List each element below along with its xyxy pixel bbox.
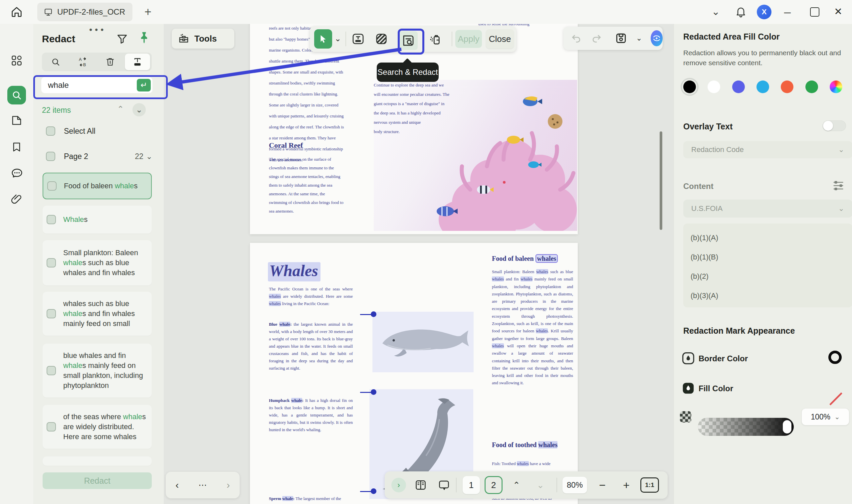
ai-assistant-icon[interactable] — [651, 30, 663, 46]
tools-button[interactable]: Tools — [172, 29, 234, 49]
result-checkbox[interactable] — [47, 309, 56, 318]
pin-icon[interactable] — [137, 31, 151, 46]
foia-code-item[interactable]: (b)(1)(B) — [683, 248, 852, 267]
swatch-purple[interactable] — [732, 80, 745, 93]
zoom-in-icon[interactable]: + — [619, 471, 634, 499]
close-window-icon[interactable]: ✕ — [834, 7, 842, 17]
result-text: Small plankton: Baleen whales such as bl… — [63, 248, 147, 278]
notifications-bell-icon[interactable] — [735, 6, 747, 18]
tab-search[interactable] — [42, 53, 69, 71]
comments-icon[interactable] — [11, 167, 23, 179]
prev-page-icon[interactable]: ‹ — [175, 480, 179, 490]
undo-icon[interactable] — [571, 33, 582, 44]
document-tab[interactable]: UPDF-2-files_OCR — [37, 3, 132, 21]
more-pages-icon[interactable]: ⋯ — [198, 481, 207, 489]
chevron-down-icon: ⌄ — [838, 146, 844, 154]
result-checkbox[interactable] — [47, 181, 57, 191]
actual-size-button[interactable]: 1:1 — [640, 478, 659, 493]
result-item[interactable]: Food of baleen whales — [42, 173, 152, 199]
zoom-level[interactable]: 80% — [563, 477, 587, 493]
tab-delete[interactable] — [96, 53, 124, 71]
bookmark-icon[interactable] — [11, 141, 23, 153]
foia-code-item[interactable]: (b)(1)(A) — [683, 228, 852, 248]
result-checkbox[interactable] — [47, 258, 56, 268]
expand-down-icon[interactable]: ⌄ — [132, 103, 146, 116]
grid-menu-icon[interactable] — [11, 55, 23, 67]
foia-standard-select[interactable]: U.S.FOIA ⌄ — [683, 200, 852, 218]
tab-redact[interactable] — [124, 53, 151, 71]
document-viewport[interactable]: reefs are not only habitats for the sea,… — [164, 24, 674, 504]
result-item-partial[interactable] — [42, 456, 152, 466]
result-checkbox[interactable] — [47, 422, 56, 431]
page-up-icon[interactable]: ⌃ — [509, 471, 524, 499]
page-number-2-current[interactable]: 2 — [484, 476, 502, 494]
swatch-green[interactable] — [805, 80, 818, 93]
search-tool-active[interactable] — [7, 86, 26, 105]
content-settings-sliders-icon[interactable] — [832, 179, 845, 192]
result-checkbox[interactable] — [47, 215, 56, 224]
opacity-slider[interactable] — [698, 418, 794, 436]
select-cursor-button[interactable] — [314, 29, 332, 49]
opacity-slider-knob[interactable] — [783, 420, 792, 433]
page-group-checkbox[interactable] — [46, 152, 55, 161]
overlay-text-label: Overlay Text — [683, 122, 732, 131]
attachment-paperclip-icon[interactable] — [11, 193, 23, 205]
redact-text-icon[interactable] — [350, 31, 367, 47]
redact-area-icon[interactable] — [373, 31, 390, 47]
erase-redaction-icon[interactable] — [426, 31, 443, 47]
selection-handle[interactable] — [371, 389, 376, 395]
tab-replace[interactable]: AB — [69, 53, 96, 71]
border-color-value[interactable] — [828, 350, 842, 364]
minimize-icon[interactable]: ─ — [784, 8, 791, 17]
result-item[interactable]: Whales — [42, 205, 152, 234]
presentation-view-icon[interactable] — [434, 471, 453, 499]
maximize-icon[interactable] — [810, 7, 819, 17]
collapse-bar-button[interactable]: › — [391, 471, 407, 499]
close-button[interactable]: Close — [486, 29, 514, 49]
foia-code-item[interactable]: (b)(2) — [683, 267, 852, 286]
save-icon[interactable] — [615, 32, 627, 44]
cursor-dropdown-icon[interactable]: ⌄ — [335, 35, 341, 42]
home-icon[interactable] — [10, 5, 23, 19]
page-down-icon[interactable]: ⌄ — [533, 471, 548, 499]
overlay-text-toggle[interactable] — [823, 121, 846, 131]
chevron-down-icon[interactable]: ⌄ — [146, 153, 153, 160]
pdf-page-1[interactable]: reefs are not only habitats for the sea,… — [250, 24, 578, 234]
select-all-checkbox[interactable] — [46, 126, 55, 136]
swatch-white[interactable] — [708, 80, 720, 93]
pages-icon[interactable] — [11, 114, 23, 126]
blue-whale-image[interactable] — [372, 312, 474, 372]
selection-handle[interactable] — [371, 311, 376, 317]
result-item[interactable]: blue whales and fin whales mainly feed o… — [42, 344, 152, 398]
swatch-orange[interactable] — [781, 80, 794, 93]
chevron-down-icon[interactable]: ⌄ — [712, 7, 720, 17]
redaction-code-select[interactable]: Redaction Code ⌄ — [683, 141, 852, 158]
swatch-custom-rainbow[interactable] — [830, 80, 842, 93]
result-checkbox[interactable] — [47, 366, 56, 375]
collapse-up-icon[interactable]: ⌃ — [117, 105, 124, 113]
page-group-row[interactable]: Page 2 22 ⌄ — [46, 152, 153, 161]
selection-handle[interactable] — [371, 488, 376, 494]
apply-button[interactable]: Apply — [455, 30, 482, 48]
result-item[interactable]: of the seas where whales are widely dist… — [42, 405, 152, 449]
panel-drag-handle[interactable]: ••• — [89, 24, 106, 35]
new-tab-icon[interactable]: + — [144, 6, 152, 18]
signature-stamp-icon[interactable] — [11, 502, 23, 504]
pdf-page-2[interactable]: Whales The Pacific Ocean is one of the s… — [250, 243, 578, 504]
filter-icon[interactable] — [116, 33, 128, 45]
page-number-1[interactable]: 1 — [463, 476, 480, 494]
avatar[interactable]: X — [757, 5, 771, 19]
redo-icon[interactable] — [591, 33, 602, 44]
result-item[interactable]: whales such as blue whales and fin whale… — [42, 292, 152, 336]
vertical-scrollbar[interactable] — [660, 131, 662, 230]
result-item[interactable]: Small plankton: Baleen whales such as bl… — [42, 240, 152, 285]
swatch-black[interactable] — [683, 80, 696, 93]
opacity-value-dropdown[interactable]: 100% ⌄ — [802, 409, 849, 425]
redact-button[interactable]: Redact — [42, 472, 152, 489]
save-dropdown-icon[interactable]: ⌄ — [636, 35, 642, 42]
swatch-blue[interactable] — [757, 80, 769, 93]
next-page-icon[interactable]: › — [227, 480, 230, 490]
zoom-out-icon[interactable]: − — [595, 471, 610, 499]
foia-code-item[interactable]: (b)(3)(A) — [683, 286, 852, 305]
thumbnail-view-icon[interactable] — [411, 471, 430, 499]
